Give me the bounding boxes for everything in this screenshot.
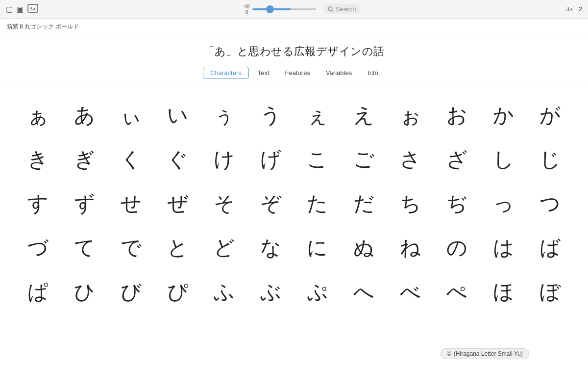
char-cell[interactable]: す bbox=[15, 182, 61, 226]
char-cell[interactable]: ご bbox=[341, 137, 387, 182]
char-cell[interactable]: ぉ bbox=[387, 93, 434, 137]
search-placeholder: Search bbox=[336, 5, 356, 13]
char-cell[interactable]: て bbox=[61, 226, 108, 270]
char-cell[interactable]: き bbox=[15, 137, 61, 182]
char-cell[interactable]: ぼ bbox=[527, 270, 573, 314]
char-cell[interactable]: つ bbox=[527, 182, 573, 226]
topbar: ▢ ▣ Aa 48 0 Search A bbox=[0, 0, 588, 19]
font-compare-icon[interactable]: A A bbox=[566, 4, 575, 14]
svg-point-2 bbox=[328, 7, 332, 11]
char-cell[interactable]: ふ bbox=[201, 270, 247, 314]
char-cell[interactable]: い bbox=[154, 93, 201, 137]
char-cell[interactable]: で bbox=[108, 226, 154, 270]
tab-info[interactable]: Info bbox=[361, 67, 385, 79]
char-cell[interactable]: っ bbox=[480, 182, 527, 226]
char-cell[interactable]: ぁ bbox=[15, 93, 61, 137]
char-cell[interactable]: ど bbox=[201, 226, 247, 270]
char-cell[interactable]: の bbox=[434, 226, 480, 270]
tooltip-text: (Hiragana Letter Small Yu) bbox=[454, 350, 523, 357]
char-cell[interactable]: え bbox=[341, 93, 387, 137]
char-cell[interactable]: こ bbox=[294, 137, 341, 182]
char-cell[interactable]: づ bbox=[15, 226, 61, 270]
char-cell[interactable]: さ bbox=[387, 137, 434, 182]
char-cell[interactable]: ぇ bbox=[294, 93, 341, 137]
char-cell[interactable]: び bbox=[108, 270, 154, 314]
char-cell[interactable]: ぜ bbox=[154, 182, 201, 226]
char-cell[interactable]: せ bbox=[108, 182, 154, 226]
char-cell[interactable]: ぐ bbox=[154, 137, 201, 182]
char-cell[interactable]: ぞ bbox=[247, 182, 294, 226]
slider-container: 48 0 bbox=[244, 4, 316, 15]
svg-line-3 bbox=[332, 10, 334, 12]
topbar-center: 48 0 Search bbox=[244, 4, 360, 15]
tab-text[interactable]: Text bbox=[251, 67, 276, 79]
char-cell[interactable]: ぢ bbox=[434, 182, 480, 226]
split-view-icon[interactable]: ▣ bbox=[17, 5, 24, 14]
search-icon bbox=[328, 6, 334, 12]
tabs: Characters Text Features Variables Info bbox=[0, 62, 588, 84]
char-cell[interactable]: う bbox=[247, 93, 294, 137]
char-cell[interactable]: に bbox=[294, 226, 341, 270]
char-cell[interactable]: な bbox=[247, 226, 294, 270]
char-cell[interactable]: は bbox=[480, 226, 527, 270]
tab-variables[interactable]: Variables bbox=[319, 67, 359, 79]
tooltip: © (Hiragana Letter Small Yu) bbox=[441, 348, 529, 359]
slider-min: 0 bbox=[245, 9, 248, 15]
char-cell[interactable]: べ bbox=[387, 270, 434, 314]
svg-text:A: A bbox=[569, 7, 573, 12]
char-cell[interactable]: げ bbox=[247, 137, 294, 182]
char-cell[interactable]: ぃ bbox=[108, 93, 154, 137]
compare-count: 2 bbox=[579, 5, 582, 13]
char-cell[interactable]: ず bbox=[61, 182, 108, 226]
char-cell[interactable]: ば bbox=[527, 226, 573, 270]
char-cell[interactable]: お bbox=[434, 93, 480, 137]
tab-features[interactable]: Features bbox=[278, 67, 317, 79]
font-preview-icon[interactable]: Aa bbox=[27, 4, 38, 14]
font-title: 「あ」と思わせる広報デザインの話 bbox=[0, 35, 588, 62]
char-cell[interactable]: ち bbox=[387, 182, 434, 226]
char-cell[interactable]: ぷ bbox=[294, 270, 341, 314]
char-cell[interactable]: ぴ bbox=[154, 270, 201, 314]
char-cell[interactable]: し bbox=[480, 137, 527, 182]
search-box[interactable]: Search bbox=[324, 4, 360, 14]
char-cell[interactable]: あ bbox=[61, 93, 108, 137]
char-cell[interactable]: ぺ bbox=[434, 270, 480, 314]
char-cell[interactable]: ぶ bbox=[247, 270, 294, 314]
sidebar-toggle-icon[interactable]: ▢ bbox=[6, 5, 13, 14]
char-cell[interactable]: と bbox=[154, 226, 201, 270]
svg-text:Aa: Aa bbox=[29, 6, 35, 11]
topbar-right: A A 2 bbox=[566, 4, 582, 14]
char-cell[interactable]: ぱ bbox=[15, 270, 61, 314]
char-cell[interactable]: じ bbox=[527, 137, 573, 182]
font-size-slider[interactable] bbox=[252, 8, 316, 10]
char-cell[interactable]: へ bbox=[341, 270, 387, 314]
slider-value: 48 bbox=[244, 4, 249, 9]
char-cell[interactable]: か bbox=[480, 93, 527, 137]
topbar-left: ▢ ▣ Aa bbox=[6, 4, 38, 14]
char-cell[interactable]: ぎ bbox=[61, 137, 108, 182]
char-cell[interactable]: た bbox=[294, 182, 341, 226]
slider-labels: 48 0 bbox=[244, 4, 249, 15]
current-font-name: 筑紫Ｂ丸ゴシック ボールド bbox=[7, 23, 79, 31]
char-cell[interactable]: く bbox=[108, 137, 154, 182]
char-cell[interactable]: ぬ bbox=[341, 226, 387, 270]
char-cell[interactable]: ね bbox=[387, 226, 434, 270]
char-cell[interactable]: だ bbox=[341, 182, 387, 226]
tab-characters[interactable]: Characters bbox=[203, 67, 249, 79]
char-cell[interactable]: け bbox=[201, 137, 247, 182]
svg-text:A: A bbox=[566, 5, 570, 12]
tooltip-copyright: © bbox=[447, 350, 451, 357]
subtitle-bar: 筑紫Ｂ丸ゴシック ボールド bbox=[0, 19, 588, 35]
char-cell[interactable]: ほ bbox=[480, 270, 527, 314]
char-cell[interactable]: そ bbox=[201, 182, 247, 226]
char-cell[interactable]: が bbox=[527, 93, 573, 137]
character-grid: ぁあぃいぅうぇえぉおかがきぎくぐけげこごさざしじすずせぜそぞただちぢっつづてでと… bbox=[0, 84, 588, 314]
char-cell[interactable]: ぅ bbox=[201, 93, 247, 137]
char-cell[interactable]: ざ bbox=[434, 137, 480, 182]
char-cell[interactable]: ひ bbox=[61, 270, 108, 314]
